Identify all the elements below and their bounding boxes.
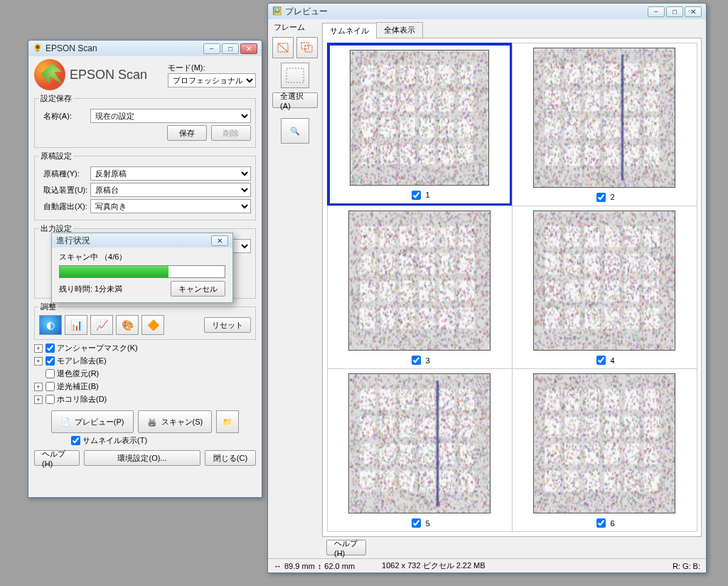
thumbnail-label: 3 (409, 353, 429, 367)
thumbnail-cell[interactable]: 2 (512, 43, 697, 206)
thumbnail-cell[interactable]: 3 (327, 206, 513, 369)
thumbnail-cell[interactable]: 4 (512, 206, 697, 369)
remaining-text: 残り時間: 1分未満 (59, 284, 122, 294)
mode-select[interactable]: プロフェッショナルモード (168, 73, 256, 87)
thumbnail-checkbox[interactable] (412, 356, 421, 365)
maximize-button[interactable]: □ (666, 6, 683, 17)
minimize-button[interactable]: − (203, 43, 220, 54)
close-button[interactable]: ✕ (240, 43, 257, 54)
expand-icon[interactable]: + (34, 357, 43, 366)
app-title: EPSON Scan (70, 68, 147, 82)
thumbnail-label: 5 (409, 516, 429, 530)
thumbnail-checkbox[interactable] (596, 193, 606, 202)
device-select[interactable]: 原稿台 (90, 183, 251, 197)
backlight-label: 逆光補正(B) (57, 381, 99, 392)
statusbar: ↔ 89.9 mm ↕ 62.0 mm 1062 x 732 ピクセル 2.22… (268, 558, 706, 572)
auto-select[interactable]: 写真向き (90, 199, 251, 213)
settings-save-group: 設定保存 名称(A): 現在の設定 保存 削除 (34, 93, 256, 148)
mode-label: モード(M): (168, 63, 256, 73)
progress-title: 進行状況 (56, 235, 210, 247)
scan-titlebar[interactable]: 🌻 EPSON Scan − □ ✕ (28, 41, 262, 56)
thumbnail-cell[interactable]: 1 (327, 43, 513, 206)
preview-button[interactable]: 📄プレビュー(P) (51, 410, 134, 433)
scan-window-title: EPSON Scan (46, 43, 202, 53)
thumbnail-label: 1 (409, 188, 429, 202)
thumbnail-image (348, 211, 491, 351)
tabs: サムネイル 全体表示 (322, 22, 702, 38)
tab-thumbnail[interactable]: サムネイル (322, 23, 377, 38)
thumbnail-cell[interactable]: 5 (327, 368, 513, 532)
preview-help-button[interactable]: ヘルプ(H) (326, 540, 366, 555)
adjust-legend: 調整 (39, 302, 58, 312)
resize-h-icon: ↔ (274, 562, 282, 570)
status-width: 89.9 mm (284, 562, 315, 570)
select-all-button[interactable]: 全選択(A) (272, 92, 318, 108)
unsharp-checkbox[interactable] (46, 343, 55, 353)
preview-titlebar[interactable]: 🖼️ プレビュー − □ ✕ (268, 4, 706, 19)
thumbnail-label: 2 (594, 191, 614, 204)
maximize-button[interactable]: □ (222, 43, 239, 54)
histogram-icon[interactable]: 📊 (65, 315, 87, 335)
auto-label: 自動露出(X): (39, 201, 90, 212)
app-icon: 🌻 (33, 43, 43, 53)
reset-button[interactable]: リセット (204, 317, 251, 333)
flower-icon (34, 59, 65, 90)
color-adjust-icon[interactable]: 🎨 (116, 315, 139, 335)
auto-exposure-icon[interactable]: ◐ (39, 315, 62, 335)
fade-label: 退色復元(R) (57, 368, 99, 379)
svg-rect-4 (287, 68, 304, 82)
moire-checkbox[interactable] (46, 356, 55, 366)
status-rgb: R: G: B: (673, 562, 700, 570)
orig-legend: 原稿設定 (39, 151, 73, 161)
cancel-button[interactable]: キャンセル (171, 281, 225, 297)
thumbnail-checkbox[interactable] (596, 518, 606, 528)
fade-checkbox[interactable] (46, 369, 55, 378)
name-select[interactable]: 現在の設定 (90, 109, 251, 123)
thumbnail-label: 4 (594, 353, 614, 367)
tab-full[interactable]: 全体表示 (376, 22, 423, 38)
minimize-button[interactable]: − (648, 6, 665, 17)
thumbnail-cell[interactable]: 6 (512, 368, 697, 532)
expand-icon[interactable]: + (34, 344, 43, 353)
help-button[interactable]: ヘルプ(H) (34, 450, 80, 466)
orig-type-select[interactable]: 反射原稿 (90, 166, 251, 181)
close-button[interactable]: ✕ (211, 235, 228, 246)
expand-icon[interactable]: + (34, 395, 43, 404)
save-button[interactable]: 保存 (167, 125, 207, 141)
folder-icon: 📁 (223, 417, 232, 427)
close-app-button[interactable]: 閉じる(C) (205, 450, 256, 466)
thumbnail-grid: 123456 (327, 43, 697, 532)
frame-delete-all-icon[interactable] (296, 37, 318, 58)
tone-curve-icon[interactable]: 📈 (90, 315, 113, 335)
thumbnail-show-label: サムネイル表示(T) (82, 435, 147, 446)
progress-titlebar[interactable]: 進行状況 ✕ (52, 233, 232, 247)
progress-dialog: 進行状況 ✕ スキャン中 （4/6） 残り時間: 1分未満 キャンセル (51, 233, 233, 303)
color-palette-icon[interactable]: 🔶 (141, 315, 164, 335)
folder-button[interactable]: 📁 (216, 410, 239, 433)
scanner-icon: 🖼️ (272, 6, 282, 16)
expand-icon[interactable]: + (34, 383, 43, 391)
page-icon: 📄 (60, 417, 70, 427)
thumbnail-image (533, 373, 676, 513)
backlight-checkbox[interactable] (46, 382, 55, 391)
frame-delete-icon[interactable] (272, 37, 294, 58)
thumbnail-checkbox[interactable] (412, 191, 421, 200)
preview-title: プレビュー (285, 6, 646, 18)
scanning-text: スキャン中 （4/6） (59, 252, 225, 262)
close-button[interactable]: ✕ (685, 6, 702, 17)
resize-v-icon: ↕ (318, 562, 322, 570)
thumbnail-checkbox[interactable] (596, 356, 606, 365)
settings-save-legend: 設定保存 (39, 93, 73, 104)
thumbnail-checkbox[interactable] (412, 518, 421, 528)
name-label: 名称(A): (39, 111, 90, 122)
marquee-icon[interactable] (281, 63, 309, 88)
progress-bar (59, 265, 225, 278)
dust-checkbox[interactable] (46, 395, 55, 404)
device-label: 取込装置(U): (39, 185, 90, 196)
scan-button[interactable]: 🖨️スキャン(S) (138, 410, 213, 433)
delete-button[interactable]: 削除 (211, 125, 251, 141)
frame-label: フレーム (274, 22, 305, 33)
env-button[interactable]: 環境設定(O)... (84, 450, 200, 466)
zoom-icon[interactable]: 🔍 (281, 118, 309, 144)
thumbnail-show-checkbox[interactable] (71, 436, 80, 445)
